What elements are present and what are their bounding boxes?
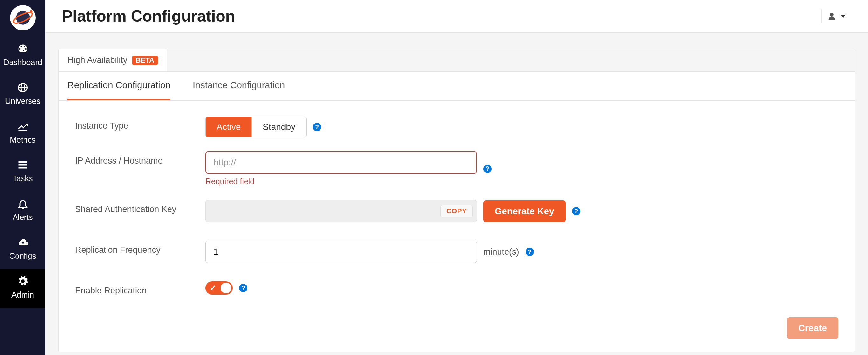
sidebar-item-configs[interactable]: Configs [0, 230, 45, 269]
tab-high-availability[interactable]: High Availability BETA [59, 49, 167, 71]
svg-rect-4 [19, 161, 27, 163]
label-ip-hostname: IP Address / Hostname [75, 151, 206, 166]
sidebar-item-universes[interactable]: Universes [0, 76, 45, 114]
app-logo[interactable] [10, 5, 36, 31]
sidebar-item-label: Configs [9, 251, 36, 260]
gear-icon [17, 276, 29, 287]
help-icon[interactable]: ? [313, 123, 321, 131]
auth-key-display: COPY [206, 200, 477, 222]
row-replication-frequency: Replication Frequency minute(s) ? [75, 241, 838, 263]
label-instance-type: Instance Type [75, 116, 206, 131]
instance-type-toggle: Active Standby [206, 116, 307, 138]
replication-frequency-input[interactable] [206, 241, 477, 263]
sidebar-item-metrics[interactable]: Metrics [0, 114, 45, 153]
content-area: High Availability BETA Replication Confi… [45, 33, 868, 355]
tab-label: High Availability [67, 55, 127, 65]
sidebar-item-label: Dashboard [3, 58, 42, 67]
label-auth-key: Shared Authentication Key [75, 200, 206, 214]
check-icon: ✓ [210, 284, 216, 292]
config-card: High Availability BETA Replication Confi… [58, 48, 855, 352]
create-button[interactable]: Create [787, 317, 838, 339]
subtab-replication-configuration[interactable]: Replication Configuration [67, 72, 170, 100]
page-header: Platform Configuration [45, 0, 868, 33]
instance-type-active-button[interactable]: Active [206, 117, 252, 137]
sub-tab-bar: Replication Configuration Instance Confi… [59, 72, 855, 101]
row-enable-replication: Enable Replication ✓ ? [75, 281, 838, 296]
replication-frequency-unit: minute(s) [483, 247, 519, 257]
row-instance-type: Instance Type Active Standby ? [75, 116, 838, 138]
subtab-instance-configuration[interactable]: Instance Configuration [193, 72, 285, 100]
row-ip-hostname: IP Address / Hostname Required field ? [75, 151, 838, 186]
sidebar-item-label: Universes [5, 97, 40, 105]
svg-point-2 [30, 10, 33, 13]
user-menu[interactable] [821, 9, 851, 23]
label-replication-frequency: Replication Frequency [75, 241, 206, 255]
sidebar-item-alerts[interactable]: Alerts [0, 192, 45, 230]
page-title: Platform Configuration [62, 7, 235, 25]
globe-icon [17, 82, 29, 93]
sidebar-item-label: Metrics [10, 135, 36, 144]
sidebar: Dashboard Universes Metrics Tasks Alerts… [0, 0, 45, 355]
main: Platform Configuration High Availability… [45, 0, 868, 355]
chart-line-icon [17, 121, 29, 132]
svg-point-7 [830, 13, 834, 17]
generate-key-button[interactable]: Generate Key [483, 200, 566, 222]
gauge-icon [17, 43, 29, 55]
svg-rect-6 [19, 167, 27, 169]
row-auth-key: Shared Authentication Key COPY Generate … [75, 200, 838, 222]
instance-type-standby-button[interactable]: Standby [252, 117, 306, 137]
sidebar-item-admin[interactable]: Admin [0, 269, 45, 308]
list-icon [17, 159, 29, 171]
cloud-upload-icon [17, 237, 29, 248]
ip-hostname-input[interactable] [206, 151, 477, 174]
label-enable-replication: Enable Replication [75, 281, 206, 296]
help-icon[interactable]: ? [572, 207, 580, 215]
help-icon[interactable]: ? [483, 165, 492, 173]
planet-icon [12, 7, 34, 29]
help-icon[interactable]: ? [526, 248, 534, 256]
sidebar-item-tasks[interactable]: Tasks [0, 153, 45, 192]
replication-form: Instance Type Active Standby ? IP Addres… [59, 101, 855, 352]
bell-icon [17, 198, 29, 210]
enable-replication-toggle[interactable]: ✓ [206, 281, 233, 295]
chevron-down-icon [841, 14, 846, 18]
beta-badge: BETA [132, 56, 158, 65]
sidebar-item-label: Admin [11, 290, 34, 299]
ip-hostname-error: Required field [206, 177, 477, 186]
sidebar-item-label: Alerts [13, 213, 33, 222]
help-icon[interactable]: ? [239, 284, 247, 292]
sidebar-item-dashboard[interactable]: Dashboard [0, 37, 45, 76]
svg-rect-5 [19, 164, 27, 166]
copy-auth-key-button[interactable]: COPY [440, 205, 473, 217]
toggle-knob [221, 283, 231, 293]
top-tab-bar: High Availability BETA [59, 49, 855, 72]
sidebar-item-label: Tasks [13, 174, 33, 183]
user-icon [827, 12, 836, 21]
form-footer: Create [75, 314, 838, 339]
